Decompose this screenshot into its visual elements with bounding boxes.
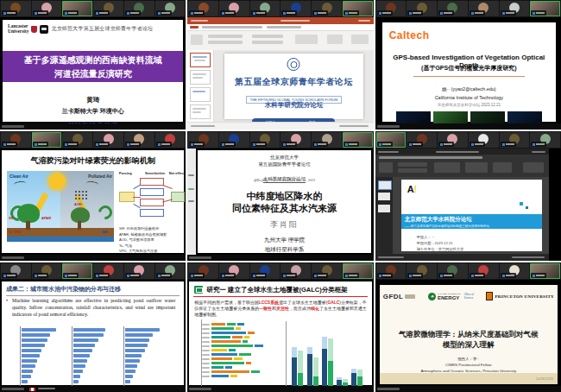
participant-thumbnail[interactable] [188,263,218,279]
participant-thumbnail[interactable] [32,1,62,16]
logo-band: GFDL ✦ U.S. DEPARTMENT OF ENERGY Office … [383,288,554,304]
aalto-slide: A! 北京师范大学水科院分论坛 ——基于多源遥感产品的水循环动态机制及三维水资源… [401,180,542,251]
shared-screen: 研究一 建立了全球水生土地覆被(GALC)分类框架 根据不同的用户需求，基于联合… [187,280,373,392]
participant-name-label [63,142,79,147]
ppt-statusbar[interactable] [187,122,373,130]
shared-screen: 第五届全球京师青年学者论坛 THE FIFTH BNU GLOBAL YOUNG… [187,17,373,130]
participant-thumbnail[interactable] [219,132,249,148]
participant-name-label [407,273,423,278]
participant-thumbnail[interactable] [407,263,437,279]
participant-thumbnail[interactable] [280,132,311,148]
participant-thumbnail[interactable] [1,132,31,148]
participant-thumbnail[interactable] [155,132,186,148]
talk-title-line2: 同位素特征及其水汽来源 [198,202,370,215]
participant-thumbnail[interactable] [280,263,311,279]
participant-name-label [94,142,110,147]
participant-thumbnail[interactable] [93,132,123,148]
participant-thumbnail[interactable] [343,132,373,148]
participant-thumbnail[interactable] [500,263,530,279]
participant-thumbnail[interactable] [62,263,92,279]
caltech-slide: Caltech GPS-based Investigation of Veget… [382,22,556,122]
participant-thumbnail[interactable] [438,263,468,279]
ppt-dark-thumbnail-panel[interactable] [375,177,393,254]
participant-thumbnail[interactable] [93,1,123,16]
ppt-dark-statusbar[interactable] [375,254,549,261]
participant-thumbnail[interactable] [124,132,154,148]
slide-title-banner: 基于多源遥感观测的西南缺资料流域 河道径流量反演研究 [3,51,183,82]
sun-icon [48,173,66,190]
participant-thumbnail[interactable] [376,263,407,279]
participant-thumbnail[interactable] [438,132,468,148]
participant-name-label [281,10,297,16]
importance-bar [22,354,40,357]
participant-thumbnail[interactable] [469,263,499,279]
participant-thumbnail[interactable] [407,1,437,16]
ppt-ribbon[interactable] [187,31,373,51]
participant-thumbnail[interactable] [1,263,31,279]
participant-thumbnail[interactable] [1,1,31,16]
participant-name-label [2,142,17,147]
participant-thumbnail[interactable] [530,263,560,279]
participant-thumbnail[interactable] [312,132,342,148]
participant-thumbnail[interactable] [312,263,342,279]
participant-thumbnail[interactable] [530,1,560,16]
participant-thumbnail[interactable] [469,132,499,148]
participant-thumbnail[interactable] [155,1,186,16]
participant-name-label [251,10,267,16]
participant-name-label [531,273,546,278]
participant-name-label [501,10,516,16]
participant-thumbnail[interactable] [219,263,249,279]
participant-name-label [156,142,172,147]
participant-name-label [220,273,236,278]
gfdl-logo: GFDL [383,293,404,300]
participant-thumbnail[interactable] [250,1,280,16]
share-status-bar [0,386,186,392]
participant-thumbnail[interactable] [250,263,280,279]
participant-thumbnail[interactable] [376,1,407,16]
importance-bar [73,364,85,368]
participant-thumbnail[interactable] [343,263,373,279]
participant-thumbnail[interactable] [62,1,92,16]
doe-seal-icon: ✦ [428,293,436,300]
participant-thumbnail[interactable] [155,263,186,279]
importance-bar [125,344,148,347]
forcing-sensitivity-diagram: Forcing Sensitivities Net effect [119,171,185,219]
bnu-forum-slide: 第五届全球京师青年学者论坛 THE FIFTH BNU GLOBAL YOUNG… [224,54,362,119]
ppt-dark-ribbon[interactable] [375,155,549,178]
participant-thumbnail[interactable] [530,132,560,148]
ppt-thumbnail-panel[interactable] [187,50,214,123]
participant-thumbnail[interactable] [32,263,62,279]
participant-thumbnail[interactable] [469,1,499,16]
body-text: 根据不同的用户需求，基于联合国LCCS系统提出了全球水生土地覆被(GALC)分类… [194,300,366,318]
participant-thumbnail[interactable] [93,263,123,279]
participant-name-label [407,142,423,147]
participant-filmstrip [0,262,186,280]
participant-thumbnail[interactable] [62,132,92,148]
participant-thumbnail[interactable] [219,1,249,16]
feature-importance-figure [2,326,184,387]
importance-bar [73,349,93,352]
participant-name-label [2,10,17,16]
participant-thumbnail[interactable] [500,1,530,16]
ppt-dark-titlebar[interactable] [375,149,549,155]
participant-thumbnail[interactable] [438,1,468,16]
participant-thumbnail[interactable] [407,132,437,148]
participant-thumbnail[interactable] [376,132,407,148]
participant-thumbnail[interactable] [343,1,373,16]
participant-name-label [33,273,48,278]
participant-thumbnail[interactable] [188,132,218,148]
ppt-titlebar[interactable] [187,17,373,24]
participant-thumbnail[interactable] [500,132,530,148]
deco-squares [520,202,523,205]
participant-thumbnail[interactable] [312,1,342,16]
participant-thumbnail[interactable] [32,132,62,148]
ppt-ribbon-tabs[interactable] [187,24,373,31]
participant-name-label [125,273,141,278]
importance-bar [125,328,160,332]
meeting-tile-6: A! 北京师范大学水科院分论坛 ——基于多源遥感产品的水循环动态机制及三维水资源… [375,131,561,261]
participant-thumbnail[interactable] [188,1,218,16]
participant-thumbnail[interactable] [124,263,154,279]
participant-thumbnail[interactable] [280,1,311,16]
participant-thumbnail[interactable] [250,132,280,148]
participant-thumbnail[interactable] [124,1,154,16]
